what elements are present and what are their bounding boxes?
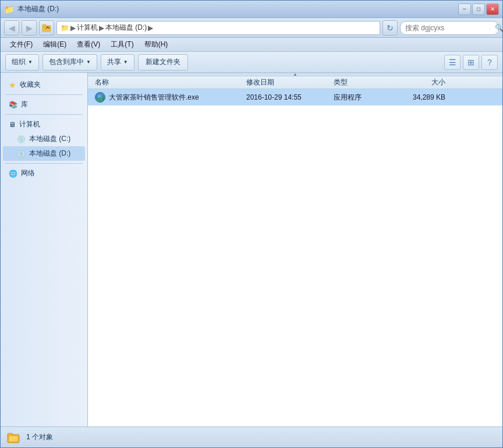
menu-tools[interactable]: 工具(T): [106, 38, 138, 51]
share-chevron-icon: ▼: [123, 59, 128, 65]
include-label: 包含到库中: [49, 57, 84, 67]
star-icon: ★: [9, 80, 16, 90]
search-box[interactable]: 🔍: [400, 21, 499, 35]
sidebar-item-drive-d[interactable]: 💿 本地磁盘 (D:): [3, 146, 85, 161]
sidebar-network-label: 网络: [21, 168, 35, 178]
window: 📁 本地磁盘 (D:) − □ ✕ ◀ ▶ 📁 ▶ 计算机 ▶ 本地磁盘 (D:…: [0, 0, 503, 448]
toolbar-right: ☰ ⊞ ?: [444, 55, 498, 70]
share-label: 共享: [107, 57, 121, 67]
table-row[interactable]: 大管家茶叶销售管理软件.exe 2016-10-29 14:55 应用程序 34…: [88, 89, 502, 105]
sidebar-item-library[interactable]: 📚 库: [3, 97, 85, 112]
sidebar-computer-label: 计算机: [19, 119, 40, 129]
include-library-button[interactable]: 包含到库中 ▼: [42, 54, 97, 70]
breadcrumb-computer[interactable]: 计算机: [77, 23, 98, 33]
sidebar-item-network[interactable]: 🌐 网络: [3, 166, 85, 181]
minimize-button[interactable]: −: [458, 3, 471, 15]
view-details-button[interactable]: ⊞: [463, 55, 479, 70]
sidebar-divider-3: [5, 163, 83, 164]
sidebar-drive-c-label: 本地磁盘 (C:): [29, 134, 70, 144]
organize-label: 组织: [12, 57, 26, 67]
library-icon: 📚: [9, 101, 17, 109]
menu-file[interactable]: 文件(F): [5, 38, 37, 51]
column-header-name[interactable]: 名称: [93, 77, 244, 87]
view-help-button[interactable]: ?: [481, 55, 498, 70]
address-path[interactable]: 📁 ▶ 计算机 ▶ 本地磁盘 (D:) ▶: [56, 21, 380, 35]
breadcrumb-folder-icon: 📁: [61, 24, 69, 32]
file-name-cell: 大管家茶叶销售管理软件.exe: [93, 92, 244, 103]
address-bar: ◀ ▶ 📁 ▶ 计算机 ▶ 本地磁盘 (D:) ▶ ↻ 🔍: [1, 18, 502, 38]
svg-rect-9: [9, 436, 18, 442]
new-folder-label: 新建文件夹: [146, 57, 180, 67]
menu-edit[interactable]: 编辑(E): [38, 38, 71, 51]
title-bar: 📁 本地磁盘 (D:) − □ ✕: [1, 1, 502, 18]
new-folder-button[interactable]: 新建文件夹: [138, 54, 188, 70]
menu-view[interactable]: 查看(V): [72, 38, 105, 51]
status-count: 1 个对象: [26, 432, 53, 442]
back-button[interactable]: ◀: [4, 20, 19, 36]
column-header-date[interactable]: 修改日期: [244, 77, 331, 87]
computer-icon: 🖥: [9, 121, 16, 129]
disk-d-icon: 💿: [17, 150, 26, 158]
column-header-type[interactable]: 类型: [331, 77, 389, 87]
disk-c-icon: 💿: [17, 135, 26, 143]
search-icon: 🔍: [495, 24, 503, 32]
folder-up-button[interactable]: [39, 20, 54, 36]
sidebar: ★ 收藏夹 📚 库 🖥 计算机 💿 本地磁盘 (C:): [1, 73, 88, 426]
close-button[interactable]: ✕: [486, 3, 499, 15]
sidebar-drive-d-label: 本地磁盘 (D:): [29, 149, 70, 158]
window-folder-icon: 📁: [4, 5, 14, 14]
content-area: ★ 收藏夹 📚 库 🖥 计算机 💿 本地磁盘 (C:): [1, 73, 502, 426]
file-name: 大管家茶叶销售管理软件.exe: [109, 93, 199, 103]
include-chevron-icon: ▼: [86, 59, 91, 65]
organize-button[interactable]: 组织 ▼: [5, 54, 39, 70]
status-folder-icon: [6, 431, 20, 445]
file-size: 34,289 KB: [389, 93, 448, 101]
menu-help[interactable]: 帮助(H): [140, 38, 173, 51]
svg-rect-1: [42, 24, 46, 27]
title-controls: − □ ✕: [458, 3, 499, 15]
sidebar-item-drive-c[interactable]: 💿 本地磁盘 (C:): [3, 132, 85, 146]
refresh-button[interactable]: ↻: [382, 20, 398, 36]
search-input[interactable]: [405, 24, 493, 32]
sidebar-item-favorites[interactable]: ★ 收藏夹: [3, 77, 85, 92]
file-area: 名称 修改日期 类型 大小: [88, 73, 502, 426]
sidebar-section-favorites: ★ 收藏夹 📚 库 🖥 计算机 💿 本地磁盘 (C:): [1, 77, 87, 181]
status-bar: 1 个对象: [1, 426, 502, 447]
maximize-button[interactable]: □: [472, 3, 485, 15]
sidebar-library-label: 库: [21, 100, 28, 110]
view-list-button[interactable]: ☰: [444, 55, 461, 70]
title-bar-left: 📁 本地磁盘 (D:): [4, 4, 458, 14]
sidebar-divider-1: [5, 94, 83, 95]
sidebar-favorites-label: 收藏夹: [20, 80, 41, 90]
window-title: 本地磁盘 (D:): [17, 4, 59, 14]
network-icon: 🌐: [9, 170, 17, 178]
column-headers: 名称 修改日期 类型 大小: [88, 76, 502, 89]
toolbar: 组织 ▼ 包含到库中 ▼ 共享 ▼ 新建文件夹 ☰ ⊞ ?: [1, 52, 502, 73]
sidebar-item-computer[interactable]: 🖥 计算机: [3, 117, 85, 132]
forward-button[interactable]: ▶: [22, 20, 37, 36]
organize-chevron-icon: ▼: [28, 59, 33, 65]
file-date: 2016-10-29 14:55: [244, 93, 331, 101]
share-button[interactable]: 共享 ▼: [101, 54, 134, 70]
column-header-size[interactable]: 大小: [389, 77, 448, 87]
exe-icon: [95, 92, 105, 103]
sidebar-divider-2: [5, 114, 83, 115]
file-type: 应用程序: [331, 93, 389, 103]
breadcrumb-drive[interactable]: 本地磁盘 (D:): [105, 23, 147, 33]
menu-bar: 文件(F) 编辑(E) 查看(V) 工具(T) 帮助(H): [1, 38, 502, 52]
